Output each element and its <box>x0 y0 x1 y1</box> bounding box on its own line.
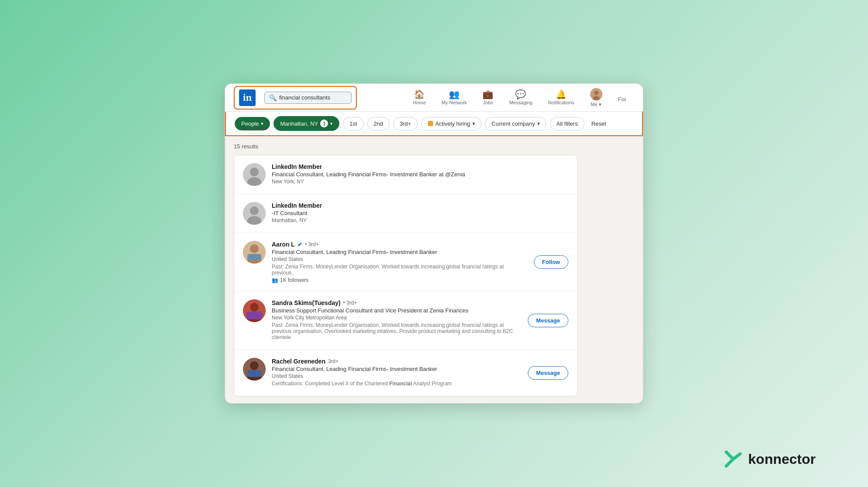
avatar <box>243 241 266 264</box>
nav-for[interactable]: For <box>610 89 635 106</box>
nav-items: 🏠 Home 👥 My Network 💼 Jobs 💬 Messaging 🔔… <box>405 85 634 111</box>
people-filter-button[interactable]: People ▾ <box>235 117 270 130</box>
result-name: Rachel Greeneden 3rd+ <box>272 358 522 365</box>
1st-label: 1st <box>349 120 357 127</box>
content-area: 15 results LinkedIn Member Financial Con… <box>225 136 643 403</box>
2nd-label: 2nd <box>374 120 383 127</box>
result-past: Past: Zenia Firms, MoneyLender Organisat… <box>272 264 528 276</box>
location-badge: 1 <box>320 120 328 127</box>
search-container: 🔍 <box>264 92 352 104</box>
messaging-icon: 💬 <box>515 90 526 99</box>
konnector-name: konnector <box>748 451 816 467</box>
result-info: LinkedIn Member Financial Consultant, Le… <box>272 163 568 186</box>
current-company-filter-button[interactable]: Current company ▾ <box>485 117 547 130</box>
avatar <box>590 88 602 100</box>
linkedin-logo: in <box>239 89 256 106</box>
nav-home[interactable]: 🏠 Home <box>405 86 434 109</box>
location-filter-label: Manhattan, NY <box>280 120 318 127</box>
followers-icon: 👥 <box>272 277 278 283</box>
3rd-filter-button[interactable]: 3rd+ <box>393 117 417 130</box>
message-button[interactable]: Message <box>528 314 568 327</box>
jobs-label: Jobs <box>483 100 493 105</box>
2nd-filter-button[interactable]: 2nd <box>367 117 390 130</box>
result-location: Manhattan, NY <box>272 217 568 223</box>
results-list: LinkedIn Member Financial Consultant, Le… <box>234 155 578 396</box>
actively-hiring-dot-icon <box>428 121 433 126</box>
avatar <box>243 202 266 225</box>
verified-icon: ✔ <box>297 241 302 248</box>
result-title: Business Support Functional Consultant a… <box>272 307 522 314</box>
search-input[interactable] <box>279 94 347 101</box>
3rd-label: 3rd+ <box>400 120 411 127</box>
result-info: Rachel Greeneden 3rd+ Financial Consulta… <box>272 358 522 388</box>
my-network-label: My Network <box>441 100 467 105</box>
reset-button[interactable]: Reset <box>588 117 610 130</box>
all-filters-button[interactable]: All filters <box>550 117 584 130</box>
svg-point-10 <box>250 244 259 253</box>
nav-my-network[interactable]: 👥 My Network <box>434 86 475 109</box>
search-icon: 🔍 <box>269 94 277 101</box>
message-button-rachel[interactable]: Message <box>528 366 568 380</box>
result-title: Financial Consultant, Leading Financial … <box>272 366 522 372</box>
result-past: Past: Zenia Firms, MoneyLender Organisat… <box>272 322 522 340</box>
degree-badge: 3rd+ <box>328 358 338 364</box>
nav-me[interactable]: Me ▾ <box>582 85 610 111</box>
result-followers: 👥 1K followers <box>272 277 528 283</box>
result-location: New York City Metropolitan Area <box>272 315 522 321</box>
actively-hiring-chevron-icon: ▾ <box>472 121 475 127</box>
actively-hiring-filter-button[interactable]: Actively hiring ▾ <box>421 117 482 130</box>
svg-point-14 <box>250 303 259 312</box>
nav-messaging[interactable]: 💬 Messaging <box>501 86 540 109</box>
actively-hiring-label: Actively hiring <box>435 120 470 127</box>
svg-rect-12 <box>247 254 261 260</box>
avatar <box>243 163 266 186</box>
nav-jobs[interactable]: 💼 Jobs <box>475 86 501 109</box>
notifications-icon: 🔔 <box>556 90 567 99</box>
current-company-label: Current company <box>492 120 535 127</box>
svg-rect-16 <box>246 312 262 319</box>
svg-point-18 <box>250 361 259 370</box>
result-info: Sandra Skims(Tuesday) • 3rd+ Business Su… <box>272 299 522 342</box>
people-filter-label: People <box>241 120 259 127</box>
location-filter-button[interactable]: Manhattan, NY 1 ▾ <box>273 116 339 131</box>
filter-bar: People ▾ Manhattan, NY 1 ▾ 1st 2nd 3rd+ … <box>225 112 643 136</box>
result-info: LinkedIn Member -IT Consultant Manhattan… <box>272 202 568 225</box>
location-chevron-icon: ▾ <box>330 121 333 127</box>
browser-window: in 🔍 🏠 Home 👥 My Network 💼 Jobs <box>225 83 643 404</box>
reset-label: Reset <box>591 120 606 127</box>
list-item: LinkedIn Member Financial Consultant, Le… <box>234 155 577 194</box>
home-label: Home <box>413 100 426 105</box>
jobs-icon: 💼 <box>482 90 493 99</box>
current-company-chevron-icon: ▾ <box>537 121 540 127</box>
follow-button[interactable]: Follow <box>534 255 568 269</box>
result-name: Sandra Skims(Tuesday) • 3rd+ <box>272 299 522 306</box>
nav-notifications[interactable]: 🔔 Notifications <box>540 86 582 109</box>
list-item: Rachel Greeneden 3rd+ Financial Consulta… <box>234 350 577 396</box>
people-chevron-icon: ▾ <box>261 121 263 127</box>
sidebar-panel <box>586 136 643 403</box>
list-item: Sandra Skims(Tuesday) • 3rd+ Business Su… <box>234 292 577 350</box>
results-count: 15 results <box>234 143 578 150</box>
degree-badge: • 3rd+ <box>343 300 357 306</box>
my-network-icon: 👥 <box>449 90 460 99</box>
result-name: LinkedIn Member <box>272 202 568 209</box>
results-panel: 15 results LinkedIn Member Financial Con… <box>225 136 586 403</box>
result-location: United States <box>272 373 522 379</box>
result-location: New York, NY <box>272 178 568 185</box>
me-label: Me ▾ <box>591 102 601 107</box>
svg-point-7 <box>250 206 259 215</box>
1st-filter-button[interactable]: 1st <box>343 117 363 130</box>
konnector-brand: konnector <box>723 449 816 470</box>
konnector-logo-icon <box>723 449 744 470</box>
list-item: LinkedIn Member -IT Consultant Manhattan… <box>234 194 577 233</box>
result-title: Financial Consultant, Leading Financial … <box>272 249 528 255</box>
list-item: Aaron L ✔ • 3rd+ Financial Consultant, L… <box>234 233 577 292</box>
avatar <box>243 358 266 381</box>
result-past: Certifications: Completed Level II of th… <box>272 381 522 387</box>
all-filters-label: All filters <box>557 120 578 127</box>
result-name: LinkedIn Member <box>272 163 568 170</box>
result-title: -IT Consultant <box>272 210 568 216</box>
result-title: Financial Consultant, Leading Financial … <box>272 171 568 178</box>
degree-badge: • 3rd+ <box>305 241 319 247</box>
svg-point-4 <box>250 168 259 176</box>
